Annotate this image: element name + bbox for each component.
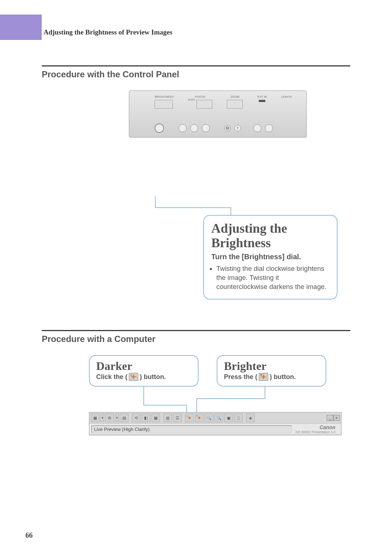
callout-subtitle: Turn the [Brightness] dial. — [211, 252, 330, 261]
window-close-button[interactable]: × — [333, 415, 340, 421]
lights-button — [265, 124, 273, 132]
label-auto: AUTO — [188, 98, 195, 101]
toolbar-button-8[interactable]: ☰ — [173, 414, 182, 422]
callout-title: Adjusting the Brightness — [211, 221, 330, 250]
section-heading-control-panel: Procedure with the Control Panel — [42, 69, 350, 80]
zoom-wide-button: W — [224, 125, 231, 131]
toolbar-zoom-out-button[interactable]: 🔍 — [205, 414, 213, 422]
brightness-dial-icon — [155, 123, 164, 133]
software-toolbar-screenshot: ▦ ▾ ⧉ ▾ ▤ ⟲ ◧ ▦ ▥ ☰ − + 🔍 🔍 — [89, 412, 342, 435]
toolbar-button-4[interactable]: ⟲ — [132, 414, 140, 422]
label-lights: LIGHTS — [281, 95, 292, 98]
label-extin: EXT IN — [257, 95, 267, 98]
label-brightness: BRIGHTNESS — [155, 95, 173, 98]
callout-darker: Darker Click the ( − ) button. — [89, 355, 199, 387]
divider — [42, 330, 350, 331]
toolbar-button-11[interactable]: ◈ — [246, 414, 255, 422]
toolbar-button-1[interactable]: ▦ — [91, 414, 99, 422]
toolbar-button-3[interactable]: ▤ — [120, 414, 128, 422]
toolbar-status-text: Live Preview (High Clarify) — [91, 425, 292, 433]
callout-adjusting-brightness: Adjusting the Brightness Turn the [Brigh… — [203, 215, 338, 300]
darker-text-pre: Click the ( — [96, 373, 127, 381]
leader-line — [230, 207, 231, 215]
focus-auto-button — [179, 124, 187, 132]
callout-darker-title: Darker — [96, 359, 191, 373]
section-heading-computer: Procedure with a Computer — [42, 334, 350, 344]
callout-brighter-title: Brighter — [224, 359, 319, 373]
brighter-text-pre: Press the ( — [224, 373, 257, 381]
brightness-up-icon: + — [259, 373, 268, 381]
page-number: 66 — [25, 531, 33, 539]
callout-brighter: Brighter Press the ( + ) button. — [217, 355, 326, 387]
toolbar-dropdown-1[interactable]: ▾ — [101, 414, 104, 422]
toolbar-button-10[interactable]: ⌷ — [234, 414, 243, 422]
toolbar-dropdown-2[interactable]: ▾ — [115, 414, 119, 422]
window-minimize-button[interactable]: _ — [327, 415, 333, 421]
toolbar-brightness-up-button[interactable]: + — [195, 414, 204, 422]
leader-line — [155, 207, 231, 208]
leader-line — [155, 196, 156, 208]
toolbar-brightness-down-button[interactable]: − — [185, 414, 194, 422]
page-header-title: Adjusting the Brightness of Preview Imag… — [44, 28, 172, 36]
page-tab-decor — [0, 15, 42, 40]
label-zoom: ZOOM — [227, 95, 243, 98]
toolbar-zoom-in-button[interactable]: 🔍 — [215, 414, 223, 422]
focus-far-button — [202, 124, 210, 132]
brand-subtitle: DZ-3600U Presentation 1.0 — [295, 430, 335, 434]
toolbar-button-2[interactable]: ⧉ — [105, 414, 114, 422]
brand-name: Canon — [295, 424, 335, 430]
brightness-down-icon: − — [129, 373, 138, 381]
callout-bullet: Twisting the dial clockwise brightens th… — [216, 264, 330, 292]
toolbar-button-6[interactable]: ▦ — [151, 414, 160, 422]
toolbar-button-9[interactable]: ▣ — [224, 414, 233, 422]
leader-lines-bottom — [89, 387, 350, 412]
control-panel-illustration: BRIGHTNESS FOCUS AUTO ZOOM EXT IN LIGHTS — [129, 90, 307, 138]
darker-text-post: ) button. — [140, 373, 166, 381]
toolbar-brand: Canon DZ-3600U Presentation 1.0 — [292, 424, 339, 434]
divider — [42, 65, 350, 66]
brighter-text-post: ) button. — [270, 373, 296, 381]
focus-near-button — [190, 124, 198, 132]
extin-button — [253, 124, 261, 132]
label-focus: FOCUS — [188, 95, 212, 98]
toolbar-button-7[interactable]: ▥ — [163, 414, 172, 422]
toolbar-button-5[interactable]: ◧ — [142, 414, 150, 422]
zoom-tele-button: T — [234, 125, 241, 131]
